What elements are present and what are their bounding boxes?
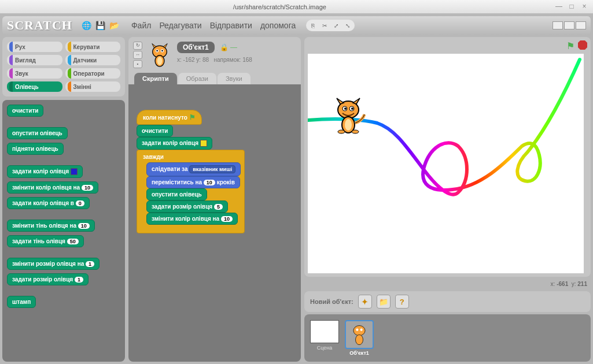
lock-icon[interactable]: 🔒 — (220, 43, 237, 51)
svg-point-15 (338, 130, 345, 133)
block-pen-down[interactable]: опустити олівець (7, 127, 68, 139)
script-change-color[interactable]: змінити колір олівця на 10 (146, 213, 238, 225)
shrink-tool[interactable]: ⤡ (342, 21, 353, 30)
category-pen[interactable]: Олівець (7, 81, 62, 92)
scripts-area[interactable]: коли натиснуто ⚑ очистити задати колір о… (128, 84, 301, 362)
save-icon[interactable]: 💾 (95, 20, 106, 31)
svg-point-16 (352, 130, 359, 133)
stage[interactable] (308, 54, 584, 273)
view-normal[interactable] (564, 21, 574, 29)
sprite-list: Сцена Об'єкт1 (304, 314, 591, 362)
sprite-list-item[interactable]: Об'єкт1 (345, 320, 374, 356)
category-looks[interactable]: Вигляд (7, 55, 62, 65)
svg-point-6 (157, 57, 163, 65)
close-button[interactable]: × (580, 3, 588, 11)
new-sprite-bar: Новий об'єкт: ✦ 📁 ? (304, 291, 591, 312)
window-titlebar: /usr/share/scratch/Scratch.image — □ × (0, 0, 593, 14)
category-sound[interactable]: Звук (7, 68, 62, 79)
delete-tool[interactable]: ✂ (319, 21, 330, 30)
toolbar: SCRATCH 🌐 💾 📂 Файл Редагувати Відправити… (2, 16, 591, 35)
block-change-pen-shade[interactable]: змінити тінь олівця на 10 (7, 220, 95, 232)
svg-point-18 (356, 335, 363, 344)
script-set-size[interactable]: задати розмір олівця 5 (146, 200, 228, 213)
svg-point-12 (351, 107, 353, 110)
block-set-pen-shade[interactable]: задати тінь олівця 50 (7, 235, 84, 247)
stop-button[interactable] (578, 40, 587, 50)
cat-icon (349, 323, 370, 346)
svg-point-19 (356, 329, 358, 331)
paint-sprite-button[interactable]: ✦ (358, 295, 372, 309)
mouse-coordinates: x: -661 y: 211 (304, 279, 591, 289)
category-operators[interactable]: Оператори (65, 68, 121, 79)
block-categories: Рух Керувати Вигляд Датчики Звук Операто… (2, 37, 125, 96)
surprise-sprite-button[interactable]: ? (395, 295, 409, 309)
menu-edit[interactable]: Редагувати (159, 21, 201, 30)
view-small[interactable] (553, 21, 563, 29)
rotation-flip[interactable]: ↔ (133, 51, 142, 59)
block-set-pen-color-num[interactable]: задати колір олівця в 0 (7, 197, 90, 209)
maximize-button[interactable]: □ (568, 3, 576, 11)
block-clear[interactable]: очистити (7, 105, 43, 117)
new-sprite-label: Новий об'єкт: (310, 298, 353, 305)
script-clear[interactable]: очистити (137, 125, 173, 137)
editor-tabs: Скрипти Образи Звуки (128, 73, 301, 84)
svg-point-2 (156, 50, 158, 52)
block-stamp[interactable]: штамп (7, 296, 36, 308)
menu-file[interactable]: Файл (131, 21, 151, 30)
tab-sounds[interactable]: Звуки (218, 73, 251, 84)
stage-sprite-cat[interactable] (331, 97, 366, 135)
tab-costumes[interactable]: Образи (178, 73, 216, 84)
when-flag-clicked[interactable]: коли натиснуто ⚑ (137, 110, 202, 125)
script-move-steps[interactable]: переміститись на 10 кроків (146, 176, 240, 188)
svg-point-20 (360, 329, 362, 331)
script-set-color[interactable]: задати колір олівця (137, 137, 212, 150)
category-motion[interactable]: Рух (7, 42, 62, 52)
svg-point-14 (345, 119, 352, 131)
svg-point-17 (353, 326, 365, 336)
category-variables[interactable]: Змінні (65, 81, 121, 92)
sprite-header: ↻ ↔ • Об'єкт1 🔒 — x: -1 (128, 37, 301, 73)
script-pen-down[interactable]: опустити олівець (146, 188, 207, 200)
rotation-full[interactable]: ↻ (133, 42, 142, 50)
sprite-thumbnail (147, 42, 172, 67)
flag-icon: ⚑ (189, 113, 196, 121)
block-set-pen-size[interactable]: задати розмір олівця 1 (7, 273, 89, 285)
green-flag-button[interactable]: ⚑ (566, 40, 574, 51)
svg-marker-7 (578, 40, 587, 50)
tab-scripts[interactable]: Скрипти (134, 73, 177, 84)
scratch-logo: SCRATCH (7, 18, 72, 33)
block-change-pen-color[interactable]: змінити колір олівця на 10 (7, 181, 98, 194)
minimize-button[interactable]: — (555, 3, 563, 11)
menu-help[interactable]: допомога (260, 21, 296, 30)
choose-sprite-button[interactable]: 📁 (377, 295, 391, 309)
svg-point-4 (161, 50, 163, 52)
stage-thumbnail[interactable]: Сцена (310, 320, 339, 356)
forever-block[interactable]: завжди слідувати за вказівник миші перем… (137, 150, 245, 233)
block-palette: очистити опустити олівець підняти олівец… (2, 100, 125, 362)
block-pen-up[interactable]: підняти олівець (7, 143, 64, 155)
pen-trail (308, 54, 584, 273)
category-control[interactable]: Керувати (65, 42, 121, 52)
grow-tool[interactable]: ⤢ (330, 21, 342, 30)
open-icon[interactable]: 📂 (109, 20, 120, 31)
script-point-towards[interactable]: слідувати за вказівник миші (146, 162, 241, 176)
sprite-name-field[interactable]: Об'єкт1 (177, 42, 215, 53)
sprite-position: x: -162 y: 88 напрямок: 168 (177, 57, 296, 63)
view-presentation[interactable] (576, 21, 586, 29)
menu-share[interactable]: Відправити (210, 21, 252, 30)
block-set-pen-color[interactable]: задати колір олівця (7, 165, 83, 178)
category-sensing[interactable]: Датчики (65, 55, 121, 65)
svg-point-10 (344, 107, 347, 110)
duplicate-tool[interactable]: ⎘ (307, 21, 319, 30)
window-title: /usr/share/scratch/Scratch.image (5, 3, 555, 10)
rotation-none[interactable]: • (133, 60, 142, 68)
block-change-pen-size[interactable]: змінити розмір олівця на 1 (7, 258, 100, 270)
language-icon[interactable]: 🌐 (82, 20, 92, 31)
